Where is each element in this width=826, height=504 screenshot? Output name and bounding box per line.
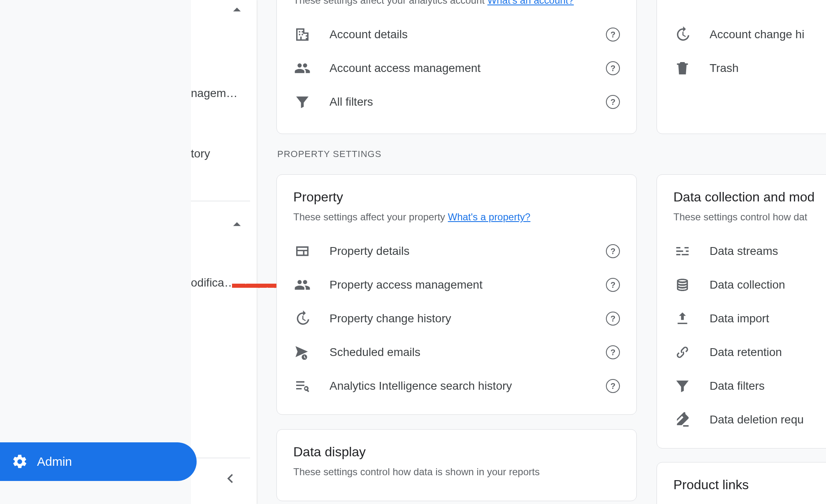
- admin-nav-button[interactable]: Admin: [0, 442, 197, 481]
- property-details-label: Property details: [329, 245, 606, 258]
- help-icon[interactable]: ?: [606, 278, 620, 292]
- building-icon: [293, 25, 311, 44]
- property-card: Property These settings affect your prop…: [276, 174, 637, 415]
- account-access-label: Account access management: [329, 62, 606, 75]
- data-deletion-row[interactable]: Data deletion requ: [673, 403, 826, 437]
- chevron-up-icon[interactable]: [228, 215, 246, 235]
- property-card-title: Property: [293, 190, 620, 205]
- account-card-right: . Account change hi Trash .: [657, 0, 826, 134]
- data-filters-row[interactable]: Data filters: [673, 369, 826, 403]
- product-links-card: Product links: [657, 462, 826, 504]
- data-display-title: Data display: [293, 444, 620, 460]
- account-access-row[interactable]: Account access management ?: [293, 51, 620, 85]
- data-streams-row[interactable]: Data streams: [673, 234, 826, 268]
- drawer-item-modification[interactable]: odifica…: [191, 276, 236, 289]
- data-collection-card: Data collection and mod These settings c…: [657, 174, 826, 449]
- filter-icon: [293, 93, 311, 111]
- intelligence-search-row[interactable]: Analytics Intelligence search history ?: [293, 369, 620, 403]
- trash-icon: [673, 59, 691, 77]
- history-icon: [293, 310, 311, 328]
- database-icon: [673, 276, 691, 294]
- drawer-separator: [191, 201, 250, 201]
- trash-row[interactable]: Trash: [673, 51, 826, 85]
- account-details-label: Account details: [329, 28, 606, 41]
- data-filters-label: Data filters: [710, 379, 826, 393]
- account-change-history-label: Account change hi: [710, 28, 826, 41]
- data-display-subtitle: These settings control how data is shown…: [293, 466, 620, 478]
- card-icon: [293, 242, 311, 260]
- property-details-row[interactable]: Property details ?: [293, 234, 620, 268]
- data-collection-row[interactable]: Data collection: [673, 268, 826, 302]
- all-filters-row[interactable]: All filters ?: [293, 85, 620, 119]
- account-card: These settings affect your analytics acc…: [276, 0, 637, 134]
- people-icon: [293, 59, 311, 77]
- scheduled-emails-row[interactable]: Scheduled emails ?: [293, 335, 620, 369]
- data-deletion-label: Data deletion requ: [710, 413, 826, 426]
- help-icon[interactable]: ?: [606, 95, 620, 109]
- upload-icon: [673, 310, 691, 328]
- data-streams-label: Data streams: [710, 245, 826, 258]
- whats-a-property-link[interactable]: What's a property?: [448, 211, 531, 222]
- filter-icon: [673, 377, 691, 395]
- list-search-icon: [293, 377, 311, 395]
- data-import-row[interactable]: Data import: [673, 302, 826, 335]
- admin-label: Admin: [37, 455, 72, 469]
- data-retention-label: Data retention: [710, 346, 826, 359]
- intelligence-search-label: Analytics Intelligence search history: [329, 379, 606, 393]
- chevron-left-icon[interactable]: [220, 469, 239, 489]
- drawer-item-management[interactable]: nagem…: [191, 87, 238, 100]
- account-details-row[interactable]: Account details ?: [293, 18, 620, 51]
- link-icon: [673, 343, 691, 361]
- all-filters-label: All filters: [329, 95, 606, 109]
- product-links-title: Product links: [673, 477, 826, 492]
- property-access-row[interactable]: Property access management ?: [293, 268, 620, 302]
- whats-an-account-link[interactable]: What's an account?: [487, 0, 574, 6]
- help-icon[interactable]: ?: [606, 312, 620, 326]
- property-card-subtitle: These settings affect your property What…: [293, 211, 620, 223]
- account-card-subtitle: These settings affect your analytics acc…: [293, 0, 620, 6]
- property-change-history-label: Property change history: [329, 312, 606, 325]
- streams-icon: [673, 242, 691, 260]
- trash-label: Trash: [710, 62, 826, 75]
- scheduled-emails-label: Scheduled emails: [329, 346, 606, 359]
- help-icon[interactable]: ?: [606, 28, 620, 42]
- help-icon[interactable]: ?: [606, 61, 620, 75]
- property-settings-heading: PROPERTY SETTINGS: [277, 149, 381, 160]
- data-collection-subtitle: These settings control how dat: [673, 211, 826, 223]
- account-change-history-row[interactable]: Account change hi: [673, 18, 826, 51]
- send-clock-icon: [293, 343, 311, 361]
- data-retention-row[interactable]: Data retention: [673, 335, 826, 369]
- history-icon: [673, 25, 691, 44]
- help-icon[interactable]: ?: [606, 379, 620, 393]
- property-change-history-row[interactable]: Property change history ?: [293, 302, 620, 335]
- property-access-label: Property access management: [329, 278, 606, 291]
- main-content: These settings affect your analytics acc…: [257, 0, 826, 504]
- data-import-label: Data import: [710, 312, 826, 325]
- data-collection-label: Data collection: [710, 278, 826, 291]
- drawer-item-history[interactable]: tory: [191, 147, 210, 160]
- eraser-icon: [673, 411, 691, 429]
- help-icon[interactable]: ?: [606, 345, 620, 359]
- gear-icon: [12, 453, 28, 470]
- help-icon[interactable]: ?: [606, 244, 620, 258]
- chevron-up-icon[interactable]: [228, 1, 246, 21]
- data-collection-title: Data collection and mod: [673, 190, 826, 205]
- drawer-separator: [191, 458, 250, 458]
- admin-drawer: nagem… tory odifica…: [191, 0, 257, 504]
- people-icon: [293, 276, 311, 294]
- data-display-card: Data display These settings control how …: [276, 429, 637, 501]
